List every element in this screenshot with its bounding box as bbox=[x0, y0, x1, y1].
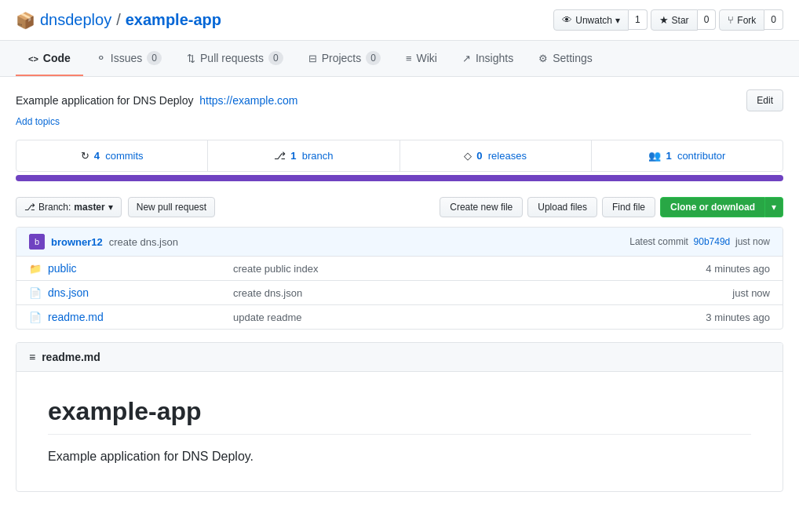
file-time-readme: 3 minutes ago bbox=[706, 312, 770, 323]
file-link-public[interactable]: public bbox=[48, 262, 77, 275]
repo-name-link[interactable]: example-app bbox=[126, 11, 221, 29]
branches-label: branch bbox=[302, 150, 334, 162]
branch-caret bbox=[108, 202, 113, 213]
tab-settings-label: Settings bbox=[553, 52, 593, 64]
tab-wiki[interactable]: Wiki bbox=[393, 41, 450, 76]
repo-separator: / bbox=[116, 11, 121, 29]
file-name-cell-dns: dns.json bbox=[29, 286, 233, 299]
readme-title: example-app bbox=[48, 397, 751, 435]
caret-down-icon bbox=[615, 15, 620, 26]
insights-icon bbox=[462, 52, 471, 64]
star-count: 0 bbox=[698, 9, 717, 30]
commit-info-left: b browner12 create dns.json bbox=[29, 234, 178, 250]
tab-issues-label: Issues bbox=[111, 52, 142, 64]
toolbar-left: ⎇ Branch: master New pull request bbox=[16, 197, 215, 217]
tab-projects[interactable]: Projects 0 bbox=[296, 41, 393, 76]
file-row: public create public index 4 minutes ago bbox=[16, 257, 783, 281]
tab-settings[interactable]: Settings bbox=[526, 41, 605, 76]
tab-issues[interactable]: Issues 0 bbox=[83, 41, 174, 76]
fork-icon bbox=[728, 14, 734, 26]
releases-label: releases bbox=[488, 150, 527, 162]
contributors-link[interactable]: 1 contributor bbox=[666, 150, 725, 162]
commits-stat: 4 commits bbox=[16, 140, 208, 171]
star-button[interactable]: Star bbox=[651, 9, 698, 31]
readme-paragraph: Example application for DNS Deploy. bbox=[48, 447, 751, 466]
add-topics-link[interactable]: Add topics bbox=[16, 116, 783, 127]
readme-header-label: readme.md bbox=[42, 351, 100, 363]
clone-caret-button[interactable]: ▾ bbox=[765, 197, 783, 217]
file-link-readme[interactable]: readme.md bbox=[48, 311, 104, 323]
issues-badge: 0 bbox=[147, 51, 162, 65]
stats-bar: 4 commits 1 branch 0 releases 1 contribu… bbox=[16, 140, 783, 172]
create-new-file-button[interactable]: Create new file bbox=[440, 197, 523, 217]
new-pr-button[interactable]: New pull request bbox=[128, 197, 215, 217]
readme-body: example-app Example application for DNS … bbox=[16, 372, 783, 491]
commits-label: commits bbox=[105, 150, 143, 162]
tab-insights-label: Insights bbox=[476, 52, 513, 64]
commit-meta: Latest commit 90b749d just now bbox=[629, 236, 770, 247]
commit-time: just now bbox=[735, 236, 770, 247]
releases-link[interactable]: 0 releases bbox=[476, 150, 527, 162]
tab-wiki-label: Wiki bbox=[417, 52, 437, 64]
commit-sha-link[interactable]: 90b749d bbox=[694, 236, 731, 247]
project-icon bbox=[308, 52, 317, 64]
find-file-button[interactable]: Find file bbox=[602, 197, 655, 217]
branches-link[interactable]: 1 branch bbox=[290, 150, 333, 162]
commit-message: create dns.json bbox=[109, 236, 178, 248]
settings-icon bbox=[538, 52, 548, 64]
file-doc-icon bbox=[29, 311, 42, 323]
pr-icon bbox=[187, 52, 195, 64]
pr-badge: 0 bbox=[268, 51, 283, 65]
branch-icon bbox=[274, 150, 286, 162]
commits-link[interactable]: 4 commits bbox=[94, 150, 144, 162]
description-text: Example application for DNS Deploy https… bbox=[16, 94, 298, 107]
file-list: b browner12 create dns.json Latest commi… bbox=[16, 227, 783, 330]
edit-button[interactable]: Edit bbox=[746, 89, 783, 111]
latest-commit-label: Latest commit bbox=[629, 236, 688, 247]
upload-files-button[interactable]: Upload files bbox=[527, 197, 597, 217]
commits-count: 4 bbox=[94, 150, 100, 162]
committer-name[interactable]: browner12 bbox=[51, 236, 103, 248]
folder-icon bbox=[29, 262, 42, 275]
branches-stat: 1 branch bbox=[208, 140, 400, 171]
file-doc-icon bbox=[29, 286, 42, 299]
contributors-stat: 1 contributor bbox=[592, 140, 783, 171]
tab-code-label: Code bbox=[43, 52, 71, 64]
description-link[interactable]: https://example.com bbox=[199, 94, 297, 107]
desc-text-content: Example application for DNS Deploy bbox=[16, 94, 193, 107]
watch-group: Unwatch 1 bbox=[553, 9, 647, 31]
branch-icon-small: ⎇ bbox=[24, 202, 35, 213]
tab-insights[interactable]: Insights bbox=[450, 41, 526, 76]
branch-selector[interactable]: ⎇ Branch: master bbox=[16, 197, 122, 217]
tab-pull-requests[interactable]: Pull requests 0 bbox=[174, 41, 296, 76]
repo-actions: Unwatch 1 Star 0 Fork 0 bbox=[553, 9, 783, 31]
file-time-public: 4 minutes ago bbox=[706, 263, 770, 275]
repo-owner-link[interactable]: dnsdeploy bbox=[40, 11, 111, 29]
fork-button[interactable]: Fork bbox=[719, 9, 764, 31]
file-commit-public: create public index bbox=[233, 263, 706, 275]
code-icon bbox=[28, 52, 38, 64]
clone-download-group: Clone or download ▾ bbox=[660, 197, 783, 217]
contributors-count: 1 bbox=[666, 150, 671, 162]
branches-count: 1 bbox=[290, 150, 296, 162]
eye-icon bbox=[562, 14, 572, 26]
watch-button[interactable]: Unwatch bbox=[553, 9, 629, 31]
clone-or-download-button[interactable]: Clone or download bbox=[660, 197, 765, 217]
toolbar-right: Create new file Upload files Find file C… bbox=[440, 197, 783, 217]
file-link-dns[interactable]: dns.json bbox=[48, 286, 89, 299]
language-bar bbox=[16, 175, 783, 181]
wiki-icon bbox=[406, 52, 412, 64]
readme-section: readme.md example-app Example applicatio… bbox=[16, 342, 783, 492]
star-icon bbox=[659, 14, 669, 26]
tab-code[interactable]: Code bbox=[16, 41, 83, 76]
projects-badge: 0 bbox=[366, 51, 381, 65]
nav-tabs: Code Issues 0 Pull requests 0 Projects 0… bbox=[0, 41, 799, 77]
fork-count: 0 bbox=[764, 9, 783, 30]
watch-label: Unwatch bbox=[575, 15, 612, 26]
file-toolbar: ⎇ Branch: master New pull request Create… bbox=[16, 191, 783, 224]
people-icon bbox=[648, 150, 661, 162]
fork-group: Fork 0 bbox=[719, 9, 783, 31]
star-group: Star 0 bbox=[651, 9, 717, 31]
contributors-label: contributor bbox=[677, 150, 725, 162]
branch-name: master bbox=[74, 202, 104, 213]
